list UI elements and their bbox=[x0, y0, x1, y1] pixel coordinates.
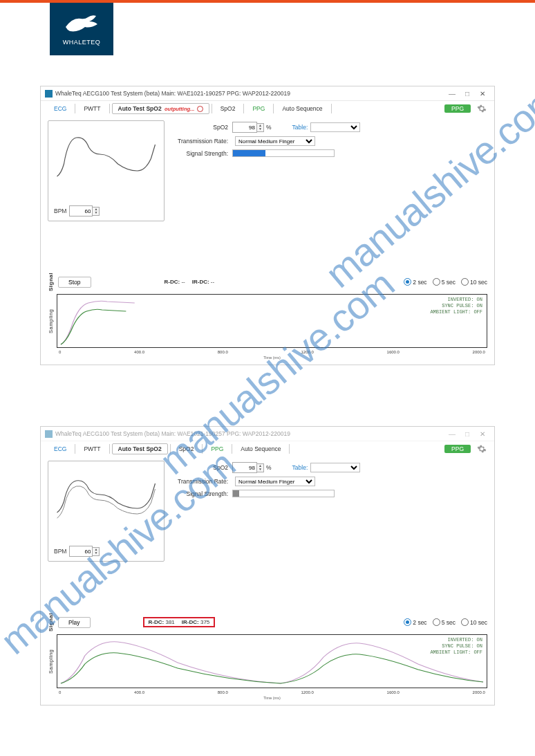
spo2-input[interactable] bbox=[232, 462, 257, 473]
signal-strength-label: Signal Strength: bbox=[171, 490, 232, 497]
play-button[interactable]: Play bbox=[58, 617, 91, 628]
maximize-button[interactable]: □ bbox=[460, 90, 475, 98]
logo-container: WHALETEQ bbox=[0, 3, 535, 55]
transmission-rate-select[interactable]: Normal Medium Finger bbox=[235, 477, 315, 486]
app-icon bbox=[45, 90, 53, 98]
x-axis-title: Time (ms) bbox=[57, 696, 487, 700]
minimize-button[interactable]: — bbox=[444, 430, 460, 438]
signal-strength-slider[interactable] bbox=[232, 490, 335, 497]
stop-button[interactable]: Stop bbox=[58, 277, 91, 288]
bpm-spinner[interactable]: ▲▼ bbox=[93, 207, 100, 216]
ppg-mode-badge[interactable]: PPG bbox=[444, 445, 471, 453]
bpm-control: BPM ▲▼ bbox=[54, 546, 100, 557]
signal-strength-label: Signal Strength: bbox=[171, 150, 232, 157]
waveform-chart bbox=[51, 124, 161, 185]
gear-icon bbox=[477, 104, 487, 113]
radio-10sec[interactable]: 10 sec bbox=[461, 618, 487, 626]
sampling-section-label: Sampling bbox=[48, 294, 54, 348]
whaleteq-logo: WHALETEQ bbox=[50, 3, 113, 55]
x-tick-labels: 0400.0800.01200.01600.02000.0 bbox=[57, 690, 487, 694]
tab-spo2[interactable]: SpO2 bbox=[173, 443, 200, 454]
spo2-input[interactable] bbox=[232, 122, 257, 133]
recording-dot-icon bbox=[197, 106, 203, 112]
r-dc-value: 381 bbox=[165, 619, 174, 625]
window-title: WhaleTeq AECG100 Test System (beta) Main… bbox=[55, 430, 444, 437]
dc-readout: R-DC: -- IR-DC: -- bbox=[165, 279, 215, 285]
tab-bar: ECG PWTT Auto Test SpO2 outputting... Sp… bbox=[41, 101, 494, 116]
ppg-mode-badge[interactable]: PPG bbox=[444, 104, 471, 113]
signal-strength-slider[interactable] bbox=[232, 149, 335, 157]
radio-5sec[interactable]: 5 sec bbox=[433, 278, 456, 286]
signal-control-row: Signal Play R-DC: 381 IR-DC: 375 2 sec 5… bbox=[41, 611, 494, 633]
spo2-spinner[interactable]: ▲▼ bbox=[257, 123, 264, 132]
tab-auto-sequence[interactable]: Auto Sequence bbox=[276, 103, 328, 114]
window-title: WhaleTeq AECG100 Test System (beta) Main… bbox=[55, 90, 444, 97]
parameters-panel: SpO2 ▲▼ % Table: Transmission Rate: Norm… bbox=[171, 120, 487, 221]
settings-button[interactable] bbox=[476, 443, 487, 454]
radio-5sec[interactable]: 5 sec bbox=[433, 618, 456, 626]
ir-dc-label: IR-DC: bbox=[182, 619, 199, 625]
ir-dc-value: -- bbox=[211, 279, 214, 285]
transmission-rate-select[interactable]: Normal Medium Finger bbox=[235, 136, 315, 146]
signal-section-label: Signal bbox=[48, 613, 54, 631]
table-select[interactable] bbox=[310, 463, 360, 472]
r-dc-value: -- bbox=[181, 279, 185, 285]
settings-button[interactable] bbox=[476, 103, 487, 114]
tab-label: Auto Test SpO2 bbox=[118, 105, 162, 112]
tab-ppg[interactable]: PPG bbox=[246, 103, 271, 114]
sampling-chart: INVERTED: ONSYNC PULSE: ONAMBIENT LIGHT:… bbox=[57, 634, 487, 688]
x-tick-labels: 0400.0800.01200.01600.02000.0 bbox=[57, 350, 487, 354]
close-button[interactable]: ✕ bbox=[475, 430, 490, 438]
transmission-rate-label: Transmission Rate: bbox=[171, 138, 232, 145]
x-axis-title: Time (ms) bbox=[57, 356, 487, 360]
r-dc-label: R-DC: bbox=[165, 279, 180, 285]
spo2-spinner[interactable]: ▲▼ bbox=[257, 463, 264, 472]
table-label: Table: bbox=[292, 464, 308, 471]
waveform-preview: BPM ▲▼ bbox=[48, 461, 165, 562]
chart-status-overlay: INVERTED: ONSYNC PULSE: ONAMBIENT LIGHT:… bbox=[430, 297, 482, 315]
bpm-spinner[interactable]: ▲▼ bbox=[93, 547, 100, 556]
tab-spo2[interactable]: SpO2 bbox=[214, 103, 242, 114]
titlebar: WhaleTeq AECG100 Test System (beta) Main… bbox=[41, 427, 494, 441]
tab-auto-test-spo2[interactable]: Auto Test SpO2 outputting... bbox=[112, 103, 209, 114]
time-window-radios: 2 sec 5 sec 10 sec bbox=[404, 618, 487, 626]
spo2-label: SpO2 bbox=[171, 124, 232, 131]
sampling-section-label: Sampling bbox=[48, 634, 54, 688]
spo2-label: SpO2 bbox=[171, 464, 232, 471]
bpm-input[interactable] bbox=[69, 205, 93, 216]
minimize-button[interactable]: — bbox=[444, 90, 460, 98]
radio-2sec[interactable]: 2 sec bbox=[404, 618, 426, 626]
bpm-input[interactable] bbox=[69, 546, 93, 557]
titlebar: WhaleTeq AECG100 Test System (beta) Main… bbox=[41, 86, 494, 101]
signal-control-row: Signal Stop R-DC: -- IR-DC: -- 2 sec 5 s… bbox=[41, 271, 494, 293]
tab-bar: ECG PWTT Auto Test SpO2 SpO2 PPG Auto Se… bbox=[41, 441, 494, 457]
table-label: Table: bbox=[292, 124, 308, 131]
tab-ppg[interactable]: PPG bbox=[205, 443, 229, 454]
tab-ecg[interactable]: ECG bbox=[48, 103, 73, 114]
tab-pwtt[interactable]: PWTT bbox=[77, 443, 106, 454]
app-window-2: WhaleTeq AECG100 Test System (beta) Main… bbox=[40, 426, 495, 706]
maximize-button[interactable]: □ bbox=[460, 430, 475, 438]
time-window-radios: 2 sec 5 sec 10 sec bbox=[404, 278, 487, 286]
bpm-label: BPM bbox=[54, 548, 66, 555]
app-window-1: WhaleTeq AECG100 Test System (beta) Main… bbox=[40, 86, 495, 365]
close-button[interactable]: ✕ bbox=[475, 90, 490, 98]
bpm-control: BPM ▲▼ bbox=[54, 205, 100, 216]
radio-2sec[interactable]: 2 sec bbox=[404, 278, 426, 286]
whale-icon bbox=[64, 13, 99, 37]
dc-readout-highlighted: R-DC: 381 IR-DC: 375 bbox=[143, 617, 216, 627]
outputting-indicator: outputting... bbox=[165, 106, 194, 112]
r-dc-label: R-DC: bbox=[149, 619, 165, 625]
radio-10sec[interactable]: 10 sec bbox=[461, 278, 487, 286]
transmission-rate-label: Transmission Rate: bbox=[171, 478, 232, 485]
sampling-chart: INVERTED: ONSYNC PULSE: ONAMBIENT LIGHT:… bbox=[57, 294, 487, 348]
app-icon bbox=[45, 430, 53, 438]
tab-auto-sequence[interactable]: Auto Sequence bbox=[234, 443, 287, 454]
tab-auto-test-spo2[interactable]: Auto Test SpO2 bbox=[112, 443, 168, 454]
gear-icon bbox=[477, 444, 487, 454]
tab-ecg[interactable]: ECG bbox=[48, 443, 73, 454]
tab-pwtt[interactable]: PWTT bbox=[77, 103, 106, 114]
table-select[interactable] bbox=[310, 122, 360, 132]
ir-dc-value: 375 bbox=[200, 619, 209, 625]
logo-text: WHALETEQ bbox=[63, 39, 101, 46]
